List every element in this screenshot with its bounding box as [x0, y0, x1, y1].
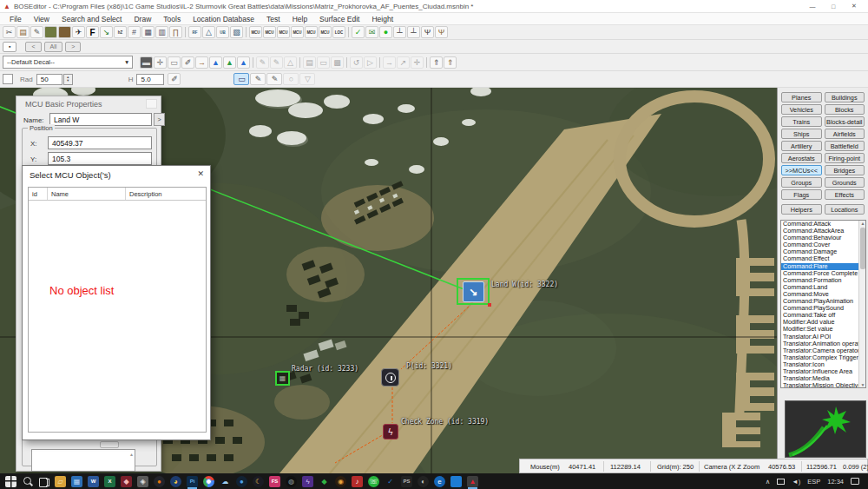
list-item[interactable]: Translator:Complex Trigger	[781, 354, 859, 361]
list-item[interactable]: Command:Cover	[781, 241, 859, 248]
list-item[interactable]: Command:AttackArea	[781, 228, 859, 235]
bounds-icon[interactable]: ▷	[364, 56, 377, 69]
table-icon[interactable]: ▦	[141, 26, 155, 38]
radius-stepper[interactable]: ▲▼	[63, 74, 73, 85]
word-icon[interactable]: W	[88, 476, 99, 487]
volume-icon[interactable]: ◄)	[792, 478, 800, 486]
menu-item[interactable]: Help	[286, 15, 313, 23]
search-button[interactable]	[22, 476, 33, 487]
plane-tool-icon[interactable]: ✈	[72, 26, 85, 38]
list-scrollbar[interactable]: ▲ ▼	[858, 221, 865, 387]
map-marker-icon[interactable]	[381, 368, 399, 387]
start-button[interactable]	[5, 476, 16, 487]
app-red-icon[interactable]: ◆	[121, 476, 132, 487]
menu-item[interactable]: Search and Select	[56, 15, 128, 23]
category-button[interactable]: Helpers	[781, 204, 822, 215]
menu-item[interactable]: Surface Edit	[313, 15, 365, 23]
column-id[interactable]: id	[29, 188, 48, 200]
name-more-button[interactable]: >	[154, 113, 165, 126]
app-blue-circle-icon[interactable]: ●	[236, 476, 247, 487]
excel-icon[interactable]: X	[104, 476, 115, 487]
category-button[interactable]: Flags	[781, 189, 822, 200]
file-explorer-icon[interactable]: ▱	[55, 476, 66, 487]
separator[interactable]	[298, 56, 302, 69]
edit-spline-icon[interactable]: ✎	[256, 56, 269, 69]
airfield-low-icon[interactable]: ┴	[393, 26, 406, 38]
import-icon[interactable]: ⇑	[430, 56, 443, 69]
category-button[interactable]: Planes	[781, 92, 822, 102]
y-input[interactable]: 105.3	[48, 152, 152, 165]
height-z-icon[interactable]: hZ	[114, 26, 127, 38]
decal-preview-icon[interactable]: ▬	[140, 56, 153, 69]
list-item[interactable]: Command:Behaviour	[781, 235, 859, 241]
category-button[interactable]: Trains	[781, 116, 822, 127]
ps-dark-icon[interactable]: PS	[401, 476, 412, 487]
terrain-raise-icon[interactable]: ✎	[250, 73, 266, 85]
edge-icon[interactable]: e	[434, 476, 445, 487]
system-app-icon[interactable]: ▦	[71, 476, 82, 487]
category-button[interactable]: Grounds	[825, 177, 865, 188]
category-button[interactable]: Effects	[825, 189, 865, 200]
category-button[interactable]: Vehicles	[781, 104, 822, 115]
terrain-texture-2-icon[interactable]	[58, 26, 71, 38]
separator[interactable]	[424, 56, 429, 69]
category-button[interactable]: Artillery	[781, 141, 822, 151]
path-2-icon[interactable]: ↗	[397, 56, 410, 69]
mcu-filter-5-icon[interactable]: MCU	[305, 26, 318, 38]
scrollbar-thumb[interactable]	[860, 228, 865, 269]
night-mode-icon[interactable]: ☾	[253, 476, 264, 487]
list-item[interactable]: Command:Move	[781, 291, 859, 298]
category-button[interactable]: Battlefield	[825, 141, 865, 151]
rotate-icon[interactable]: ↺	[350, 56, 363, 69]
list-item[interactable]: Command:Effect	[781, 255, 859, 262]
grid-icon[interactable]: #	[128, 26, 141, 38]
terrain-flask-icon[interactable]: ▽	[299, 73, 315, 85]
menu-item[interactable]: Draw	[128, 15, 157, 23]
photo-1-icon[interactable]: ▤	[303, 56, 316, 69]
x-input[interactable]: 40549.37	[48, 136, 152, 149]
panel-mini-button[interactable]	[100, 441, 119, 448]
road-blue2-icon[interactable]: ▲	[237, 56, 250, 69]
app-dial-icon[interactable]: ◐	[418, 476, 429, 487]
record-icon[interactable]: ●	[379, 26, 392, 38]
road-green-icon[interactable]: ▲	[223, 56, 236, 69]
list-item[interactable]: Command:Damage	[781, 248, 859, 255]
menu-item[interactable]: Height	[365, 15, 399, 23]
app-amber-icon[interactable]: ◉	[335, 476, 346, 487]
bridge-icon[interactable]: ∏	[169, 26, 182, 38]
app-swirl-icon[interactable]: ◕	[170, 476, 181, 487]
name-input[interactable]: Land W	[49, 113, 152, 126]
prev-button[interactable]: <	[25, 42, 41, 52]
text-tool-icon[interactable]: ✎	[30, 26, 43, 38]
list-item[interactable]: Translator:Influence Area	[781, 368, 859, 375]
onedrive-icon[interactable]: ☁	[220, 476, 231, 487]
separator[interactable]	[346, 26, 351, 38]
terrain-texture-1-icon[interactable]	[44, 26, 57, 38]
media-app-icon[interactable]: ♪	[352, 476, 363, 487]
list-item[interactable]: Modifier:Add value	[781, 319, 859, 326]
maximize-button[interactable]: □	[823, 3, 844, 10]
ub-filter-icon[interactable]: UB	[216, 26, 229, 38]
panel-objects-listbox[interactable]	[31, 449, 135, 472]
next-button[interactable]: >	[65, 42, 81, 52]
list-item[interactable]: Command:PlaySound	[781, 305, 859, 312]
category-button[interactable]: Groups	[781, 177, 822, 188]
cut-icon[interactable]: ✂	[3, 26, 16, 38]
separator[interactable]	[251, 56, 255, 69]
color-swatch[interactable]	[3, 74, 13, 84]
radius-input[interactable]: 50	[36, 74, 62, 85]
list-item[interactable]: Command:Take off	[781, 312, 859, 319]
panel-close-button[interactable]	[146, 99, 157, 109]
list-item[interactable]: Translator:Animation operator	[781, 340, 859, 347]
category-button[interactable]: Blocks	[825, 104, 865, 115]
mcu-filter-4-icon[interactable]: MCU	[291, 26, 304, 38]
app-purple-icon[interactable]: ϟ	[302, 476, 313, 487]
picker-icon[interactable]: ✐	[168, 73, 181, 85]
chrome-icon[interactable]	[203, 476, 214, 487]
list-item[interactable]: Command:PlayAnimation	[781, 298, 859, 305]
app-blue-rect-icon[interactable]	[450, 476, 462, 487]
terrain-lower-icon[interactable]: ✎	[266, 73, 282, 85]
column-name[interactable]: Name	[48, 188, 126, 200]
category-button[interactable]: Aerostats	[781, 153, 822, 163]
menu-item[interactable]: View	[28, 15, 56, 23]
